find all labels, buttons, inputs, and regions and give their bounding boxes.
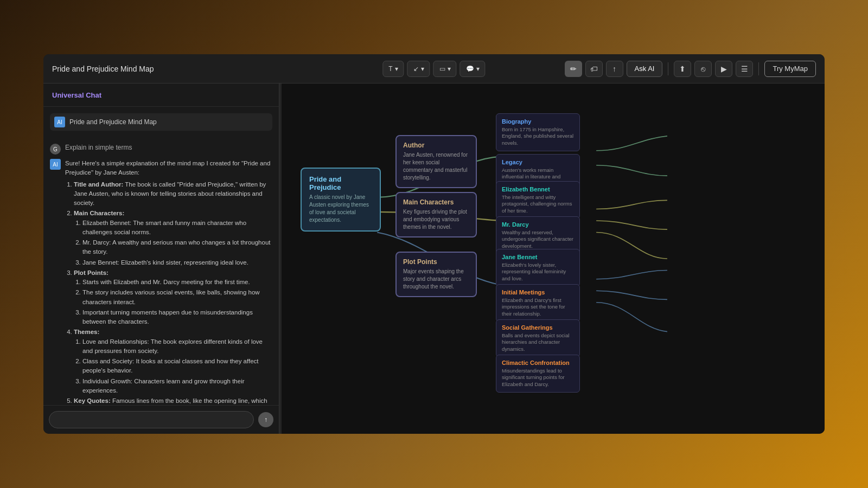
- toolbar-center: T ▾ ↙ ▾ ▭ ▾ 💬 ▾: [382, 61, 485, 77]
- biography-desc: Born in 1775 in Hampshire, England, she …: [502, 126, 574, 146]
- author-node[interactable]: Author Jane Austen, renowned for her kee…: [395, 135, 477, 188]
- jane-node[interactable]: Jane Bennet Elizabeth's lovely sister, r…: [496, 249, 580, 287]
- author-title: Author: [403, 142, 469, 149]
- main-characters-desc: Key figures driving the plot and embodyi…: [403, 208, 469, 231]
- user-avatar: G: [50, 144, 61, 155]
- doc-name: Pride and Prejudice Mind Map: [69, 118, 157, 126]
- initial-meetings-title: Initial Meetings: [502, 289, 574, 296]
- elizabeth-title: Elizabeth Bennet: [502, 186, 574, 192]
- ai-item-3: Plot Points: Starts with Elizabeth and M…: [74, 268, 272, 327]
- share2-icon: ⎋: [701, 65, 705, 73]
- climactic-title: Climactic Confrontation: [502, 359, 574, 366]
- initial-meetings-desc: Elizabeth and Darcy's first impressions …: [502, 297, 574, 317]
- list-icon: ☰: [741, 65, 748, 73]
- comment-tool-btn[interactable]: 💬 ▾: [460, 61, 486, 77]
- ai-intro: Sure! Here's a simple explanation of the…: [65, 159, 272, 178]
- author-desc: Jane Austen, renowned for her keen socia…: [403, 151, 469, 182]
- chat-footer: ↑: [43, 405, 279, 434]
- biography-title: Biography: [502, 118, 574, 125]
- play-icon: ▶: [721, 65, 727, 73]
- ai-text: Sure! Here's a simple explanation of the…: [65, 159, 272, 405]
- shape-chevron: ▾: [448, 65, 451, 73]
- list-btn[interactable]: ☰: [736, 61, 753, 77]
- pen-btn[interactable]: ✏: [565, 61, 582, 77]
- user-message: G Explain in simple terms: [50, 144, 272, 155]
- ai-item-5: Key Quotes: Famous lines from the book, …: [74, 396, 272, 405]
- text-chevron: ▾: [395, 65, 398, 73]
- pen-icon: ✏: [570, 65, 577, 73]
- chat-title: Universal Chat: [52, 91, 101, 99]
- upload-icon: ↑: [612, 65, 616, 73]
- comment-icon: 💬: [466, 65, 474, 73]
- ai-item-1: Title and Author: The book is called "Pr…: [74, 180, 272, 208]
- plot-points-title: Plot Points: [403, 258, 469, 266]
- initial-meetings-node[interactable]: Initial Meetings Elizabeth and Darcy's f…: [496, 284, 580, 322]
- divider-1: [668, 62, 668, 75]
- comment-chevron: ▾: [476, 65, 480, 73]
- doc-icon: AI: [54, 117, 65, 127]
- ask-ai-btn[interactable]: Ask AI: [627, 61, 663, 77]
- user-text: Explain in simple terms: [65, 144, 132, 151]
- central-desc: A classic novel by Jane Austen exploring…: [309, 194, 372, 224]
- jane-title: Jane Bennet: [502, 254, 574, 260]
- chat-input[interactable]: [49, 411, 254, 428]
- chat-doc-item[interactable]: AI Pride and Prejudice Mind Map: [50, 113, 272, 131]
- chat-header: Universal Chat: [43, 84, 279, 107]
- share-icon: ⬆: [679, 65, 686, 73]
- elizabeth-node[interactable]: Elizabeth Bennet The intelligent and wit…: [496, 181, 580, 219]
- climactic-desc: Misunderstandings lead to significant tu…: [502, 368, 574, 388]
- main-characters-node[interactable]: Main Characters Key figures driving the …: [395, 192, 477, 237]
- app-window: Pride and Prejudice Mind Map T ▾ ↙ ▾ ▭ ▾…: [43, 54, 825, 434]
- sticker-btn[interactable]: 🏷: [585, 61, 603, 77]
- main-characters-title: Main Characters: [403, 198, 469, 206]
- ai-item-2: Main Characters: Elizabeth Bennet: The s…: [74, 209, 272, 267]
- upload-btn[interactable]: ↑: [606, 61, 623, 77]
- content-area: Universal Chat AI Pride and Prejudice Mi…: [43, 84, 825, 434]
- text-icon: T: [388, 65, 392, 73]
- ai-message: AI Sure! Here's a simple explanation of …: [50, 159, 272, 405]
- chat-send-btn[interactable]: ↑: [258, 412, 273, 427]
- ai-avatar: AI: [50, 159, 61, 170]
- mindmap-area[interactable]: Pride and Prejudice A classic novel by J…: [282, 84, 825, 434]
- line-icon: ↙: [413, 65, 419, 73]
- shape-icon: ▭: [439, 65, 445, 73]
- app-title: Pride and Prejudice Mind Map: [52, 65, 154, 73]
- social-gatherings-node[interactable]: Social Gatherings Balls and events depic…: [496, 319, 580, 357]
- social-gatherings-desc: Balls and events depict social hierarchi…: [502, 332, 574, 352]
- divider-2: [758, 62, 759, 75]
- plot-points-desc: Major events shaping the story and chara…: [403, 268, 469, 291]
- toolbar: Pride and Prejudice Mind Map T ▾ ↙ ▾ ▭ ▾…: [43, 54, 825, 84]
- text-tool-btn[interactable]: T ▾: [382, 61, 404, 77]
- social-gatherings-title: Social Gatherings: [502, 324, 574, 331]
- send-icon: ↑: [264, 416, 267, 423]
- central-node[interactable]: Pride and Prejudice A classic novel by J…: [301, 168, 381, 232]
- darcy-desc: Wealthy and reserved, undergoes signific…: [502, 229, 574, 249]
- line-chevron: ▾: [421, 65, 424, 73]
- share-btn[interactable]: ⬆: [674, 61, 691, 77]
- share2-btn[interactable]: ⎋: [694, 61, 712, 77]
- shape-tool-btn[interactable]: ▭ ▾: [433, 61, 457, 77]
- try-mymap-btn[interactable]: Try MyMap: [764, 61, 816, 77]
- darcy-title: Mr. Darcy: [502, 221, 574, 228]
- line-tool-btn[interactable]: ↙ ▾: [407, 61, 430, 77]
- sticker-icon: 🏷: [590, 65, 598, 73]
- toolbar-right: ✏ 🏷 ↑ Ask AI ⬆ ⎋ ▶ ☰ Try MyMap: [565, 61, 816, 77]
- jane-desc: Elizabeth's lovely sister, representing …: [502, 262, 574, 282]
- play-btn[interactable]: ▶: [715, 61, 732, 77]
- elizabeth-desc: The intelligent and witty protagonist, c…: [502, 194, 574, 214]
- central-title: Pride and Prejudice: [309, 175, 372, 191]
- biography-node[interactable]: Biography Born in 1775 in Hampshire, Eng…: [496, 113, 580, 151]
- chat-messages[interactable]: AI Pride and Prejudice Mind Map G Explai…: [43, 107, 279, 405]
- legacy-title: Legacy: [502, 159, 574, 165]
- plot-points-node[interactable]: Plot Points Major events shaping the sto…: [395, 252, 477, 297]
- ai-item-4: Themes: Love and Relationships: The book…: [74, 328, 272, 395]
- climactic-node[interactable]: Climactic Confrontation Misunderstanding…: [496, 355, 580, 393]
- chat-panel: Universal Chat AI Pride and Prejudice Mi…: [43, 84, 279, 434]
